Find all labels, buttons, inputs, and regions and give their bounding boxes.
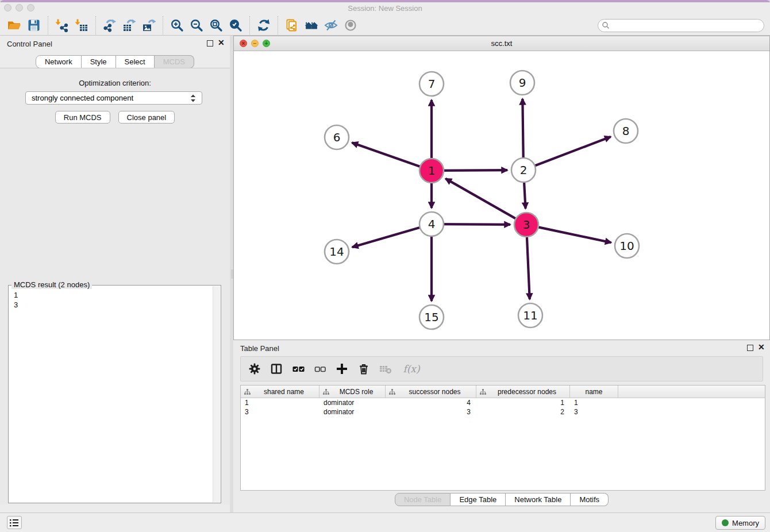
zoom-fit-button[interactable] [206, 17, 226, 34]
export-network-icon [102, 18, 117, 33]
save-session-button[interactable] [24, 17, 44, 34]
deselect-all-button[interactable] [312, 361, 328, 377]
tab-style[interactable]: Style [82, 55, 116, 68]
table-cell[interactable]: 3 [241, 407, 319, 417]
graph-edge-2-8[interactable] [529, 137, 611, 168]
select-all-icon [291, 361, 306, 376]
table-cell[interactable]: dominator [319, 398, 386, 407]
network-canvas[interactable]: 1234678910111415 [234, 51, 769, 340]
graph-edge-1-6[interactable] [352, 142, 426, 168]
zoom-out-button[interactable] [187, 17, 206, 34]
table-cell[interactable]: 4 [386, 398, 476, 407]
column-header-predecessor-nodes[interactable]: predecessor nodes [476, 385, 570, 398]
columns-icon [269, 361, 284, 376]
deselect-all-icon [313, 361, 328, 376]
tab-select[interactable]: Select [116, 55, 155, 68]
tab-network[interactable]: Network [36, 55, 82, 68]
export-image-button[interactable] [139, 17, 159, 34]
column-header-label: predecessor nodes [490, 388, 556, 396]
mcds-result-line: 3 [14, 300, 213, 310]
import-network-button[interactable] [52, 17, 72, 34]
graph-edge-3-10[interactable] [532, 226, 611, 242]
column-header-label: MCDS role [332, 388, 374, 396]
control-panel-header: Control Panel ✕ [0, 36, 230, 52]
add-column-button[interactable] [334, 361, 350, 377]
attribute-icon [244, 389, 251, 395]
table-cell[interactable]: 2 [476, 407, 570, 417]
memory-button[interactable]: Memory [715, 516, 765, 530]
close-panel-icon[interactable]: ✕ [758, 342, 765, 352]
tab-node-table[interactable]: Node Table [395, 493, 451, 506]
run-mcds-button[interactable]: Run MCDS [55, 111, 110, 124]
v-splitter-handle[interactable] [231, 269, 233, 279]
import-network-icon [55, 18, 70, 33]
delete-column-button[interactable] [356, 361, 372, 377]
mcds-result-box: MCDS result (2 nodes) 1 3 [8, 285, 221, 503]
memory-label: Memory [732, 519, 759, 527]
task-history-button[interactable] [7, 516, 22, 529]
table-row[interactable]: 1dominator411 [241, 398, 765, 407]
import-table-button[interactable] [72, 17, 91, 34]
show-columns-button[interactable] [268, 361, 284, 377]
open-session-button[interactable] [5, 17, 24, 34]
table-cell[interactable]: dominator [319, 407, 386, 417]
graph-node-label: 10 [619, 239, 634, 253]
close-panel-button[interactable]: Close panel [118, 111, 175, 124]
table-cell[interactable]: 1 [476, 398, 570, 407]
tab-motifs[interactable]: Motifs [571, 493, 609, 506]
mcds-result-list[interactable]: 1 3 [9, 286, 213, 502]
column-header-label: name [585, 388, 602, 396]
select-all-button[interactable] [290, 361, 306, 377]
table-cell[interactable]: 1 [570, 398, 618, 407]
float-panel-icon[interactable] [207, 40, 213, 47]
graph-edge-1-2[interactable] [437, 170, 507, 171]
tab-edge-table[interactable]: Edge Table [451, 493, 506, 506]
graph-edge-2-9[interactable] [522, 99, 523, 164]
search-input[interactable] [598, 19, 764, 32]
column-header-successor-nodes[interactable]: successor nodes [386, 385, 476, 398]
zoom-in-button[interactable] [167, 17, 187, 34]
export-network-button[interactable] [100, 17, 120, 34]
show-all-button[interactable] [341, 17, 360, 34]
attribute-icon [480, 389, 486, 395]
refresh-button[interactable] [254, 17, 274, 34]
table-settings-button[interactable] [247, 361, 263, 377]
zoom-selected-button[interactable] [226, 17, 245, 34]
export-table-button[interactable] [120, 17, 139, 34]
graph-edge-3-11[interactable] [526, 230, 529, 299]
zoom-in-icon [170, 18, 184, 33]
apply-function-button[interactable]: f(x) [399, 361, 424, 377]
copy-network-icon [284, 18, 299, 33]
optimization-criterion-value: strongly connected component [32, 94, 133, 102]
table-row[interactable]: 3dominator323 [241, 407, 765, 417]
mcds-buttons-row: Run MCDS Close panel [0, 111, 230, 124]
optimization-criterion-select[interactable]: strongly connected component [25, 91, 202, 105]
search-icon [602, 21, 610, 29]
control-panel: Control Panel ✕ Network Style Select MCD… [0, 36, 230, 512]
network-graph: 1234678910111415 [234, 51, 769, 340]
delete-table-button[interactable] [378, 361, 394, 377]
table-toolbar: f(x) [240, 356, 763, 381]
float-panel-icon[interactable] [747, 345, 753, 351]
table-cell[interactable]: 3 [386, 407, 476, 417]
list-icon [9, 518, 20, 527]
table-cell[interactable]: 1 [241, 398, 319, 407]
copy-network-button[interactable] [282, 17, 302, 34]
close-panel-icon[interactable]: ✕ [218, 38, 225, 47]
hide-selected-button[interactable] [321, 17, 341, 34]
tab-network-table[interactable]: Network Table [506, 493, 571, 506]
graph-edge-4-14[interactable] [352, 226, 426, 247]
export-table-icon [122, 18, 137, 33]
graph-edge-3-1[interactable] [445, 179, 521, 222]
main-toolbar [0, 16, 770, 36]
home-button[interactable] [302, 17, 321, 34]
result-scrollbar[interactable] [213, 286, 220, 502]
eye-icon [343, 18, 358, 33]
tab-mcds[interactable]: MCDS [155, 55, 194, 68]
attribute-icon [323, 389, 329, 395]
column-header-name[interactable]: name [570, 385, 618, 398]
column-header-MCDS-role[interactable]: MCDS role [319, 385, 386, 398]
table-cell[interactable]: 3 [570, 407, 618, 417]
graph-edge-4-3[interactable] [437, 224, 510, 225]
column-header-shared-name[interactable]: shared name [241, 385, 319, 398]
